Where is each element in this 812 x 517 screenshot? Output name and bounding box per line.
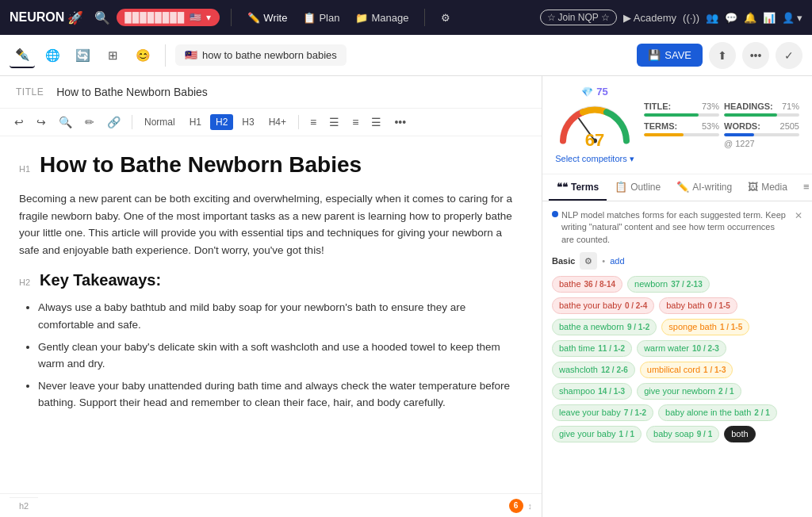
- join-nqp-button[interactable]: ☆ Join NQP ☆: [540, 10, 617, 25]
- title-input[interactable]: [56, 86, 526, 98]
- score-metrics-grid: TITLE: 73% HEADINGS: 71%: [644, 101, 799, 148]
- diamond-icon: 💎: [581, 86, 593, 98]
- term-tag[interactable]: bathe 36 / 8-14: [552, 276, 622, 293]
- link-button[interactable]: 🔗: [102, 113, 125, 131]
- nav-notifications[interactable]: 🔔: [744, 12, 756, 24]
- headings-score-item: HEADINGS: 71%: [724, 101, 799, 117]
- globe-tool-button[interactable]: 🌐: [40, 43, 65, 68]
- nav-manage[interactable]: 📁 Manage: [350, 9, 413, 27]
- title-score-val: 73%: [702, 101, 719, 111]
- diamond-score: 75: [596, 86, 607, 98]
- basic-label: Basic: [552, 256, 575, 266]
- term-tag[interactable]: give your newborn 2 / 1: [637, 383, 741, 400]
- term-text: bathe a newborn: [559, 323, 624, 331]
- pen-tool-button[interactable]: ✒️: [10, 43, 35, 68]
- term-tag[interactable]: both: [724, 426, 755, 442]
- users-icon: 👥: [706, 12, 718, 24]
- terms-panel: NLP model matches forms for each suggest…: [542, 201, 812, 517]
- nav-profile[interactable]: 👤 ▾: [782, 12, 802, 24]
- join-nqp-label: Join NQP: [558, 12, 599, 23]
- write-icon: ✏️: [247, 12, 260, 24]
- more-format-button[interactable]: •••: [389, 113, 411, 131]
- term-tag[interactable]: newborn 37 / 2-13: [627, 276, 710, 293]
- term-tag[interactable]: bathe a newborn 9 / 1-2: [552, 319, 657, 335]
- term-tag[interactable]: baby soap 9 / 1: [646, 426, 719, 442]
- align-right-button[interactable]: ≡: [347, 113, 363, 131]
- nav-write[interactable]: ✏️ Write: [243, 9, 292, 27]
- words-sub-val: @ 1227: [724, 139, 799, 148]
- nlp-dot: [552, 211, 558, 217]
- term-text: baby bath: [666, 301, 704, 310]
- term-count: 1 / 1-3: [703, 366, 726, 374]
- nav-plan[interactable]: 📋 Plan: [298, 9, 344, 27]
- gauge-score: 67: [585, 130, 604, 151]
- logo-text: NEURON: [10, 10, 64, 25]
- logo-icon: 🚀: [67, 10, 83, 25]
- term-tag[interactable]: umbilical cord 1 / 1-3: [640, 362, 733, 378]
- words-score-bar-fill: [724, 133, 754, 136]
- term-tag[interactable]: baby alone in the bath 2 / 1: [658, 404, 777, 421]
- editor-content-area[interactable]: H1 How to Bathe Newborn Babies Becoming …: [0, 136, 542, 493]
- title-score-bar-bg: [644, 113, 719, 117]
- format-h3-button[interactable]: H3: [236, 114, 259, 130]
- nav-radio[interactable]: ((·)): [683, 12, 699, 24]
- terms-score-item: TERMS: 53%: [644, 121, 719, 148]
- grid-tool-button[interactable]: ⊞: [100, 43, 125, 68]
- nlp-notice-close[interactable]: ✕: [795, 209, 802, 223]
- term-tag[interactable]: baby bath 0 / 1-5: [659, 297, 737, 314]
- term-tag[interactable]: washcloth 12 / 2-6: [552, 362, 635, 378]
- nav-chat[interactable]: 💬: [725, 12, 737, 24]
- align-center-button[interactable]: ☰: [324, 113, 344, 131]
- align-left-button[interactable]: ≡: [305, 113, 321, 131]
- highlight-button[interactable]: ✏: [80, 113, 99, 131]
- term-count: 37 / 2-13: [671, 281, 702, 289]
- save-button[interactable]: 💾 SAVE: [637, 44, 703, 67]
- term-tag[interactable]: give your baby 1 / 1: [552, 426, 642, 442]
- term-tag[interactable]: warm water 10 / 2-3: [637, 340, 726, 357]
- search-bar[interactable]: ████████ 🇺🇸 ▾: [117, 9, 220, 26]
- term-text: newborn: [634, 280, 668, 289]
- nav-settings[interactable]: ⚙: [436, 9, 455, 27]
- tab-terms[interactable]: ❝❝ Terms: [549, 174, 607, 201]
- et-divider-2: [298, 115, 299, 129]
- term-tag[interactable]: bath time 11 / 1-2: [552, 340, 632, 357]
- nav-users[interactable]: 👥: [706, 12, 718, 24]
- editor-panel: Title ↩ ↪ 🔍 ✏ 🔗 Normal H1 H2 H3 H4+ ≡ ☰ …: [0, 76, 542, 517]
- select-competitors-button[interactable]: Select competitors ▾: [555, 154, 634, 164]
- basic-settings-icon[interactable]: ⚙: [580, 252, 597, 270]
- term-tag[interactable]: sponge bath 1 / 1-5: [661, 319, 749, 335]
- select-competitors-label: Select competitors ▾: [555, 154, 634, 164]
- term-tag[interactable]: bathe your baby 0 / 2-4: [552, 297, 654, 314]
- format-h2-button[interactable]: H2: [210, 114, 233, 130]
- manage-label: Manage: [371, 12, 408, 24]
- tab-ai-writing[interactable]: ✏️ AI-writing: [668, 174, 740, 201]
- redo-button[interactable]: ↪: [32, 113, 51, 131]
- check-button[interactable]: ✓: [776, 42, 802, 69]
- nav-academy[interactable]: ▶ Academy: [623, 12, 676, 24]
- term-tag[interactable]: shampoo 14 / 1-3: [552, 383, 632, 400]
- add-term-link[interactable]: add: [610, 256, 624, 266]
- term-count: 9 / 1-2: [627, 324, 649, 331]
- document-tab[interactable]: 🇲🇾 how to bathe newborn babies: [175, 44, 347, 66]
- face-tool-button[interactable]: 😊: [130, 43, 155, 68]
- tab-outline[interactable]: 📋 Outline: [607, 174, 668, 201]
- gauge-container: 67: [555, 99, 634, 151]
- media-tab-icon: 🖼: [748, 181, 758, 193]
- tab-more[interactable]: ≡: [795, 174, 812, 201]
- nav-analytics[interactable]: 📊: [763, 12, 776, 24]
- more-options-button[interactable]: •••: [742, 42, 769, 69]
- toolbar-divider: [165, 44, 166, 67]
- format-normal-button[interactable]: Normal: [139, 114, 181, 130]
- align-justify-button[interactable]: ☰: [366, 113, 386, 131]
- share-button[interactable]: ⬆: [709, 42, 736, 69]
- more-tab-icon: ≡: [803, 181, 810, 193]
- search-in-editor-button[interactable]: 🔍: [54, 113, 77, 131]
- format-h1-button[interactable]: H1: [184, 114, 207, 130]
- format-h4plus-button[interactable]: H4+: [263, 114, 292, 130]
- check-icon: ✓: [784, 49, 794, 62]
- undo-button[interactable]: ↩: [10, 113, 29, 131]
- term-tag[interactable]: leave your baby 7 / 1-2: [552, 404, 653, 421]
- search-button[interactable]: 🔍: [94, 10, 110, 25]
- refresh-tool-button[interactable]: 🔄: [70, 43, 95, 68]
- tab-media[interactable]: 🖼 Media: [740, 174, 795, 201]
